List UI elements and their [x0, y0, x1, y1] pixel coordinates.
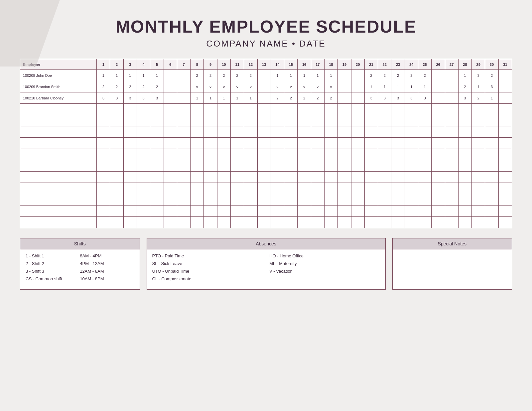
schedule-cell: 2	[271, 92, 284, 104]
schedule-cell: 1	[405, 81, 418, 92]
day-header-11: 11	[231, 59, 244, 70]
day-header-20: 20	[351, 59, 364, 70]
absence-col1: PTO - Paid TimeSL - Sick LeaveUTO - Unpa…	[152, 253, 263, 284]
schedule-cell: v	[271, 81, 284, 92]
shifts-header: Shifts	[20, 238, 140, 249]
schedule-cell: 1	[231, 92, 244, 104]
schedule-cell	[338, 70, 351, 81]
schedule-cell: 1	[311, 70, 324, 81]
schedule-cell: v	[191, 81, 204, 92]
day-header-22: 22	[378, 59, 391, 70]
day-header-24: 24	[405, 59, 418, 70]
schedule-cell: 2	[191, 70, 204, 81]
schedule-cell: 1	[485, 92, 498, 104]
absence-item: PTO - Paid Time	[152, 253, 263, 258]
schedule-cell: 2	[364, 70, 378, 81]
employee-row: 100209 Brandon Smith22222vvvvvvvvvv11111…	[20, 81, 512, 92]
schedule-cell: 3	[391, 92, 405, 104]
schedule-cell: 1	[217, 92, 230, 104]
empty-row	[20, 217, 512, 228]
shift-label: CS - Common shift	[26, 276, 80, 281]
shift-label: 3 - Shift 3	[26, 269, 80, 274]
schedule-cell: 3	[137, 92, 150, 104]
schedule-cell: 1	[110, 70, 123, 81]
schedule-cell	[338, 81, 351, 92]
schedule-cell: 2	[324, 92, 337, 104]
absence-item: ML - Maternity	[269, 261, 380, 266]
day-header-18: 18	[324, 59, 337, 70]
schedule-cell: 2	[418, 70, 431, 81]
schedule-cell: 1	[97, 70, 110, 81]
day-header-3: 3	[123, 59, 137, 70]
schedule-cell: 3	[123, 92, 137, 104]
decorative-shape	[0, 0, 60, 67]
day-header-7: 7	[177, 59, 190, 70]
page-subtitle: COMPANY NAME • DATE	[115, 39, 416, 49]
employee-row: 100210 Barbara Clooney333331111122222333…	[20, 92, 512, 104]
schedule-cell: 3	[110, 92, 123, 104]
empty-row	[20, 104, 512, 115]
schedule-cell	[164, 70, 177, 81]
shifts-box: Shifts 1 - Shift 18AM - 4PM2 - Shift 24P…	[20, 238, 140, 290]
shift-value: 4PM - 12AM	[80, 261, 134, 266]
absences-content: PTO - Paid TimeSL - Sick LeaveUTO - Unpa…	[147, 249, 385, 288]
absence-item: HO - Home Office	[269, 253, 380, 258]
absence-item: UTO - Unpaid Time	[152, 269, 263, 274]
schedule-cell	[177, 92, 190, 104]
schedule-cell	[498, 81, 512, 92]
shift-label: 2 - Shift 2	[26, 261, 80, 266]
schedule-cell	[432, 92, 445, 104]
schedule-cell: 1	[137, 70, 150, 81]
absence-item: CL - Compassionate	[152, 276, 263, 281]
shift-value: 10AM - 8PM	[80, 276, 134, 281]
day-header-30: 30	[485, 59, 498, 70]
schedule-cell	[257, 92, 271, 104]
schedule-cell: v	[204, 81, 217, 92]
day-header-28: 28	[458, 59, 471, 70]
schedule-container: Employee 1234567891011121314151617181920…	[20, 59, 512, 228]
empty-row	[20, 194, 512, 206]
day-header-5: 5	[150, 59, 164, 70]
shift-row: CS - Common shift10AM - 8PM	[26, 276, 134, 281]
empty-row	[20, 206, 512, 217]
day-header-10: 10	[217, 59, 230, 70]
schedule-cell: 3	[364, 92, 378, 104]
day-header-2: 2	[110, 59, 123, 70]
schedule-cell: 1	[458, 70, 471, 81]
day-header-23: 23	[391, 59, 405, 70]
schedule-cell: v	[284, 81, 298, 92]
schedule-cell	[177, 81, 190, 92]
schedule-cell	[177, 70, 190, 81]
schedule-cell: 3	[485, 81, 498, 92]
absence-item: V - Vacation	[269, 269, 380, 274]
day-header-1: 1	[97, 59, 110, 70]
schedule-cell: 2	[231, 70, 244, 81]
schedule-cell	[257, 70, 271, 81]
absence-col2: HO - Home OfficeML - MaternityV - Vacati…	[269, 253, 380, 284]
shift-row: 3 - Shift 312AM - 8AM	[26, 269, 134, 274]
schedule-cell: v	[217, 81, 230, 92]
shift-value: 8AM - 4PM	[80, 253, 134, 258]
schedule-cell: v	[244, 81, 257, 92]
day-header-17: 17	[311, 59, 324, 70]
empty-row	[20, 183, 512, 194]
bottom-section: Shifts 1 - Shift 18AM - 4PM2 - Shift 24P…	[20, 238, 512, 290]
schedule-cell: 2	[311, 92, 324, 104]
schedule-cell	[164, 81, 177, 92]
schedule-cell: v	[311, 81, 324, 92]
schedule-cell	[445, 81, 458, 92]
schedule-cell: 2	[244, 70, 257, 81]
special-notes-header: Special Notes	[393, 238, 512, 249]
schedule-cell: 1	[378, 81, 391, 92]
day-header-19: 19	[338, 59, 351, 70]
schedule-cell: 1	[191, 92, 204, 104]
absence-item: SL - Sick Leave	[152, 261, 263, 266]
empty-row	[20, 115, 512, 126]
schedule-cell: 2	[405, 70, 418, 81]
schedule-cell: 1	[271, 70, 284, 81]
schedule-cell: 3	[405, 92, 418, 104]
schedule-cell: 2	[472, 92, 485, 104]
day-header-21: 21	[364, 59, 378, 70]
day-header-12: 12	[244, 59, 257, 70]
day-header-27: 27	[445, 59, 458, 70]
